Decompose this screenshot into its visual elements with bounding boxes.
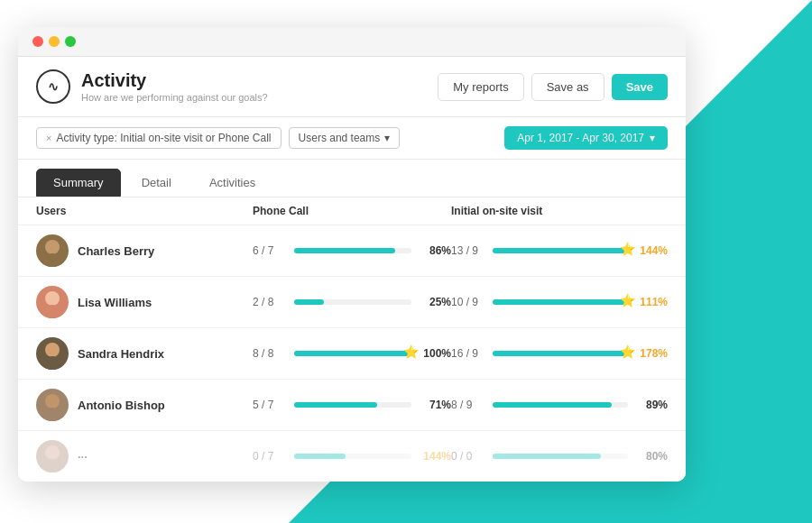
phone-pct: 71% [419,399,451,411]
chevron-down-icon: ▾ [650,132,655,144]
visit-bar-wrap [493,454,628,459]
table-row: Sandra Hendrix 8 / 8 ⭐ 100% 16 / 9 ⭐ [18,328,686,380]
user-name: Charles Berry [78,244,154,258]
star-icon: ⭐ [620,344,635,359]
page-title: Activity [81,70,268,91]
phone-fraction: 5 / 7 [253,399,287,411]
user-name: Antonio Bishop [78,399,165,412]
phone-stat: 2 / 8 25% [253,296,451,308]
date-range-button[interactable]: Apr 1, 2017 - Apr 30, 2017 ▾ [504,126,668,150]
svg-point-4 [45,343,60,357]
col-phone: Phone Call [253,205,451,217]
avatar [36,440,69,473]
avatar [36,234,69,267]
phone-bar-fill [294,299,324,305]
phone-pct: 144% [419,450,451,463]
table-row: Lisa Williams 2 / 8 25% 10 / 9 ⭐ 111% [18,277,686,328]
title-area: ∿ Activity How are we performing against… [36,69,268,104]
phone-bar-fill [294,248,395,253]
visit-stat: 0 / 0 80% [451,450,668,463]
user-cell: Sandra Hendrix [36,337,253,370]
svg-point-7 [41,408,64,421]
svg-point-8 [45,445,60,460]
app-window: ∿ Activity How are we performing against… [18,27,686,482]
app-header: ∿ Activity How are we performing against… [18,57,686,117]
visit-fraction: 10 / 9 [451,296,485,308]
phone-bar-fill [294,454,346,459]
data-table: Users Phone Call Initial on-site visit C… [18,197,686,482]
visit-pct: 111% [635,296,668,308]
table-header: Users Phone Call Initial on-site visit [18,197,686,225]
user-name: Lisa Williams [78,296,152,309]
close-button[interactable] [32,36,43,47]
user-cell: Charles Berry [36,234,253,267]
visit-pct: 80% [635,450,668,463]
visit-stat: 13 / 9 ⭐ 144% [451,244,668,257]
user-cell: Antonio Bishop [36,389,253,421]
tab-detail[interactable]: Detail [125,169,189,197]
tabs-bar: Summary Detail Activities [18,160,686,197]
visit-stat: 10 / 9 ⭐ 111% [451,296,668,308]
table-row: ··· 0 / 7 144% 0 / 0 80% [18,431,686,482]
avatar [36,337,69,370]
visit-bar-wrap: ⭐ [493,351,628,356]
visit-fraction: 16 / 9 [451,347,485,360]
phone-stat: 8 / 8 ⭐ 100% [253,347,451,360]
visit-fraction: 8 / 9 [451,399,485,411]
phone-pct: 100% [419,347,451,360]
titlebar [18,27,686,57]
activity-type-filter[interactable]: × Activity type: Initial on-site visit o… [36,127,281,149]
table-row: Charles Berry 6 / 7 86% 13 / 9 ⭐ 144% [18,225,686,277]
phone-fraction: 0 / 7 [253,450,287,463]
date-range-label: Apr 1, 2017 - Apr 30, 2017 [517,132,644,144]
save-button[interactable]: Save [612,74,668,100]
phone-fraction: 8 / 8 [253,347,287,360]
app-title-text: Activity How are we performing against o… [81,70,268,103]
svg-point-3 [41,305,64,318]
phone-pct: 86% [419,244,451,257]
star-icon: ⭐ [403,344,419,359]
tab-activities[interactable]: Activities [192,169,272,197]
visit-pct: 89% [635,399,668,411]
phone-bar-wrap: ⭐ [294,351,411,356]
user-cell: Lisa Williams [36,286,253,318]
phone-bar-fill: ⭐ [294,351,411,356]
user-cell: ··· [36,440,253,473]
phone-pct: 25% [419,296,451,308]
phone-stat: 5 / 7 71% [253,399,451,411]
visit-fraction: 13 / 9 [451,244,485,257]
logo-symbol: ∿ [48,79,59,94]
visit-bar-wrap [493,402,628,408]
phone-stat: 6 / 7 86% [253,244,451,257]
visit-stat: 8 / 9 89% [451,399,668,411]
app-logo: ∿ [36,69,70,104]
my-reports-button[interactable]: My reports [438,73,523,101]
phone-fraction: 6 / 7 [253,244,287,257]
visit-bar-wrap: ⭐ [493,248,628,253]
page-subtitle: How are we performing against our goals? [81,92,268,103]
users-teams-filter[interactable]: Users and teams ▾ [289,127,401,149]
minimize-button[interactable] [49,36,60,47]
svg-point-6 [45,394,60,408]
col-users: Users [36,205,253,217]
phone-bar-fill [294,402,377,408]
visit-bar-fill: ⭐ [493,248,628,253]
table-row: Antonio Bishop 5 / 7 71% 8 / 9 89% [18,380,686,431]
save-as-button[interactable]: Save as [531,73,604,101]
visit-pct: 178% [635,347,668,360]
remove-filter-icon[interactable]: × [46,133,51,143]
avatar [36,286,69,318]
maximize-button[interactable] [65,36,76,47]
visit-bar-fill: ⭐ [493,351,628,356]
phone-fraction: 2 / 8 [253,296,287,308]
tab-summary[interactable]: Summary [36,169,121,197]
phone-bar-wrap [294,402,411,408]
visit-bar-fill [493,454,601,459]
phone-bar-wrap [294,248,411,253]
activity-filter-label: Activity type: Initial on-site visit or … [56,132,271,144]
col-visit: Initial on-site visit [451,205,668,217]
visit-stat: 16 / 9 ⭐ 178% [451,347,668,360]
header-actions: My reports Save as Save [438,73,668,101]
star-icon: ⭐ [620,242,635,256]
visit-bar-wrap: ⭐ [493,299,628,305]
